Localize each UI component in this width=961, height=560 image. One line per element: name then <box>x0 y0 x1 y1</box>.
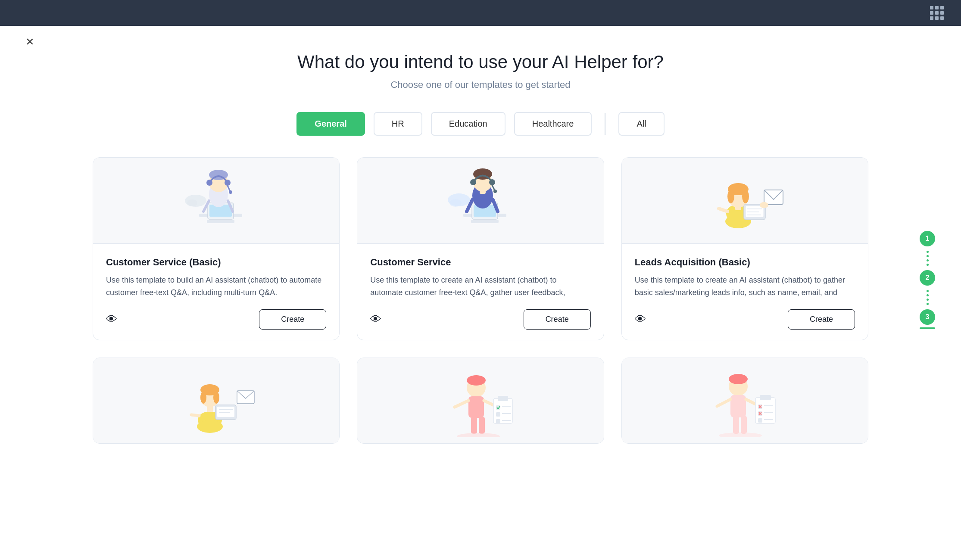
step-1-circle: 1 <box>920 231 935 246</box>
card-3-body: Leads Acquisition (Basic) Use this templ… <box>622 244 868 340</box>
main-content: What do you intend to use your AI Helper… <box>0 26 961 461</box>
svg-point-79 <box>729 374 748 384</box>
card-3-illustration <box>697 162 792 240</box>
card-3-create-button[interactable]: Create <box>788 309 855 330</box>
close-button[interactable]: × <box>26 34 34 48</box>
svg-rect-56 <box>217 407 234 417</box>
svg-rect-96 <box>741 416 747 434</box>
svg-point-12 <box>229 190 232 194</box>
step-2-circle: 2 <box>920 270 935 286</box>
step-2-dots <box>927 286 929 309</box>
svg-line-11 <box>228 186 230 191</box>
svg-rect-84 <box>760 395 771 400</box>
bottom-card-2 <box>357 358 604 444</box>
card-2-footer: 👁 Create <box>370 309 590 330</box>
tab-hr[interactable]: HR <box>374 112 422 136</box>
svg-point-28 <box>493 190 497 193</box>
svg-point-48 <box>197 420 223 433</box>
tab-general[interactable]: General <box>296 112 365 136</box>
card-leads-acquisition: Leads Acquisition (Basic) Use this templ… <box>621 157 868 340</box>
svg-point-9 <box>206 180 212 186</box>
bottom-card-1-image <box>93 358 339 443</box>
svg-rect-76 <box>479 417 485 434</box>
tab-healthcare[interactable]: Healthcare <box>514 112 592 136</box>
svg-point-46 <box>760 202 768 208</box>
bottom-card-3 <box>621 358 868 444</box>
svg-rect-67 <box>496 405 500 410</box>
tab-education[interactable]: Education <box>431 112 505 136</box>
card-customer-service-basic: Customer Service (Basic) Use this templa… <box>93 157 340 340</box>
step-3-underline <box>920 327 935 329</box>
tab-all[interactable]: All <box>618 112 664 136</box>
svg-rect-73 <box>496 419 500 423</box>
svg-rect-71 <box>496 412 500 417</box>
svg-line-33 <box>719 208 727 212</box>
card-1-description: Use this template to build an AI assista… <box>106 274 326 299</box>
card-3-preview-icon[interactable]: 👁 <box>635 313 646 326</box>
svg-line-49 <box>191 415 199 416</box>
card-2-body: Customer Service Use this template to cr… <box>357 244 603 340</box>
svg-rect-95 <box>733 416 739 434</box>
card-2-create-button[interactable]: Create <box>524 309 591 330</box>
bottom-card-2-illustration <box>437 364 524 437</box>
svg-point-39 <box>742 190 749 203</box>
svg-rect-18 <box>471 220 499 223</box>
card-1-title: Customer Service (Basic) <box>106 257 326 268</box>
bottom-card-3-illustration <box>702 364 788 437</box>
cards-grid: Customer Service (Basic) Use this templa… <box>93 157 868 340</box>
step-3-circle: 3 <box>920 309 935 325</box>
card-2-title: Customer Service <box>370 257 590 268</box>
bottom-cards-row <box>93 358 868 444</box>
card-1-preview-icon[interactable]: 👁 <box>106 313 117 326</box>
page-subtitle: Choose one of our templates to get start… <box>390 79 570 90</box>
filter-tabs: General HR Education Healthcare All <box>296 112 664 136</box>
svg-line-27 <box>492 185 495 190</box>
svg-rect-75 <box>471 417 477 434</box>
filter-divider <box>605 113 605 135</box>
card-1-create-button[interactable]: Create <box>259 309 326 330</box>
bottom-card-3-image <box>622 358 868 443</box>
card-1-body: Customer Service (Basic) Use this templa… <box>93 244 339 340</box>
card-3-title: Leads Acquisition (Basic) <box>635 257 855 268</box>
card-2-description: Use this template to create an AI assist… <box>370 274 590 299</box>
page-title: What do you intend to use your AI Helper… <box>297 52 664 72</box>
svg-line-63 <box>455 401 468 407</box>
svg-rect-62 <box>468 396 484 418</box>
card-1-footer: 👁 Create <box>106 309 326 330</box>
card-2-image <box>357 158 603 244</box>
card-3-description: Use this template to create an AI assist… <box>635 274 855 299</box>
card-2-preview-icon[interactable]: 👁 <box>370 313 381 326</box>
svg-rect-80 <box>730 395 746 417</box>
apps-icon[interactable] <box>930 6 944 20</box>
card-customer-service: Customer Service Use this template to cr… <box>357 157 604 340</box>
svg-point-53 <box>200 392 206 404</box>
svg-point-25 <box>470 179 476 185</box>
card-3-image <box>622 158 868 244</box>
svg-point-26 <box>489 179 495 185</box>
card-3-footer: 👁 Create <box>635 309 855 330</box>
svg-point-38 <box>727 190 734 203</box>
svg-rect-3 <box>207 220 234 223</box>
card-2-illustration <box>437 162 524 240</box>
bottom-card-1 <box>93 358 340 444</box>
svg-point-10 <box>225 180 231 186</box>
svg-rect-66 <box>498 396 508 401</box>
svg-point-61 <box>467 375 486 386</box>
bottom-card-2-image <box>357 358 603 443</box>
svg-point-97 <box>719 432 762 437</box>
svg-point-77 <box>457 433 500 437</box>
card-1-image <box>93 158 339 244</box>
step-indicators: 1 2 3 <box>920 231 935 329</box>
top-bar <box>0 0 961 26</box>
step-1-dots <box>927 246 929 270</box>
svg-point-14 <box>187 199 197 206</box>
card-1-illustration <box>173 162 259 240</box>
bottom-card-1-illustration <box>173 364 259 437</box>
svg-point-30 <box>449 199 462 207</box>
svg-line-81 <box>717 399 730 406</box>
svg-rect-93 <box>758 418 762 423</box>
svg-point-54 <box>213 392 219 404</box>
svg-rect-45 <box>764 190 783 205</box>
